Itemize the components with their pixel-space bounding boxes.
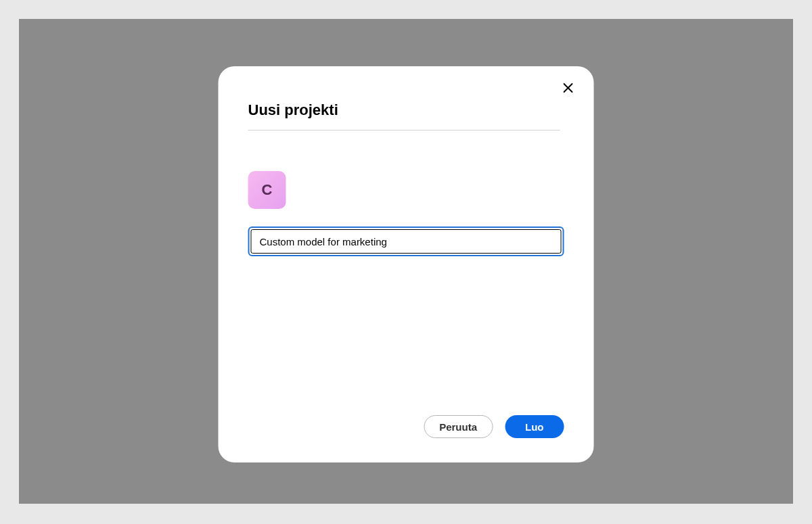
- cancel-button[interactable]: Peruuta: [424, 415, 493, 438]
- new-project-modal: Uusi projekti C Peruuta Luo: [219, 66, 594, 462]
- name-input-focus-ring: [248, 227, 564, 256]
- modal-footer: Peruuta Luo: [248, 415, 564, 438]
- close-button[interactable]: [562, 81, 575, 95]
- create-button[interactable]: Luo: [505, 415, 564, 438]
- project-icon: C: [248, 171, 286, 209]
- modal-title: Uusi projekti: [248, 101, 560, 130]
- close-icon: [564, 83, 573, 93]
- modal-backdrop: Uusi projekti C Peruuta Luo: [19, 19, 793, 504]
- project-name-input[interactable]: [251, 229, 562, 254]
- project-icon-letter: C: [262, 181, 273, 199]
